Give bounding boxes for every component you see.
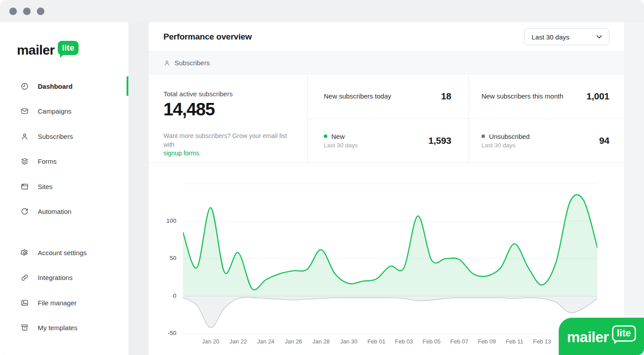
tab-subscribers-label: Subscribers [175, 59, 210, 67]
sidebar-item-automation[interactable]: Automation [0, 199, 128, 225]
y-axis-tick-100: 100 [154, 217, 176, 224]
sidebar-item-label: Forms [38, 158, 57, 165]
stats-summary: Total active subscribers 14,485 Want mor… [149, 74, 624, 163]
sidebar-item-label: Integrations [38, 274, 72, 281]
sidebar-item-label: Account settings [38, 249, 87, 256]
new-subscribers-today-card: New subscribers today 18 [308, 74, 468, 118]
sidebar-item-file-manager[interactable]: File manager [0, 290, 128, 316]
date-range-value: Last 30 days [532, 33, 569, 41]
x-axis-tick-jan-24: Jan 24 [252, 338, 280, 345]
sidebar-item-label: My templates [38, 324, 77, 331]
sidebar-item-sites[interactable]: Sites [0, 174, 128, 199]
unsubscribed-value: 94 [599, 135, 609, 146]
sidebar-item-integrations[interactable]: Integrations [0, 265, 128, 291]
unsubscribed-sublabel: Last 30 days [481, 142, 530, 149]
sidebar-item-label: Automation [38, 208, 72, 215]
sidebar-item-label: Subscribers [38, 133, 73, 140]
x-axis-tick-feb-03: Feb 03 [390, 338, 418, 345]
envelope-icon [20, 107, 29, 115]
window-dot-1[interactable] [9, 8, 17, 15]
sidebar-item-dashboard[interactable]: Dashboard [0, 74, 128, 99]
window-dot-2[interactable] [23, 8, 31, 15]
y-axis-tick-0: 0 [154, 292, 176, 299]
unsubscribed-label: Unsubscribed [489, 133, 530, 140]
link-icon [20, 273, 29, 282]
total-subscribers-card: Total active subscribers 14,485 Want mor… [149, 74, 307, 162]
new-subscribers-month-card: New subscribers this month 1,001 [469, 74, 624, 118]
right-margin-strip [624, 22, 644, 355]
x-axis-tick-feb-13: Feb 13 [529, 338, 556, 345]
new-dot [324, 134, 327, 138]
sidebar-item-subscribers[interactable]: Subscribers [0, 124, 128, 149]
new-30days-sublabel: Last 30 days [324, 142, 358, 149]
mailerlite-corner-badge: mailer lite [559, 318, 644, 355]
window-chrome [0, 0, 644, 22]
layers-icon [20, 157, 29, 166]
sidebar-item-label: File manager [38, 299, 77, 307]
window-dot-3[interactable] [37, 8, 44, 15]
new-today-label: New subscribers today [324, 92, 391, 100]
sidebar-nav-secondary: Account settingsIntegrationsFile manager… [0, 240, 128, 340]
new-month-label: New subscribers this month [481, 92, 563, 100]
new-30days-value: 1,593 [428, 135, 451, 146]
refresh-icon [20, 207, 29, 216]
new-today-value: 18 [441, 91, 451, 102]
signup-forms-link[interactable]: signup forms. [163, 150, 201, 157]
active-item-indicator [127, 76, 128, 96]
x-axis-tick-feb-01: Feb 01 [362, 338, 390, 345]
x-axis-tick-feb-07: Feb 07 [445, 338, 473, 345]
clock-icon [20, 82, 29, 91]
archive-icon [20, 323, 29, 332]
x-axis-tick-jan-22: Jan 22 [224, 338, 252, 345]
x-axis-tick-jan-26: Jan 26 [280, 338, 307, 345]
badge-wordmark: mailer [567, 329, 608, 346]
person-icon [163, 59, 171, 67]
page-header: Performance overview Last 30 days [149, 22, 624, 52]
app-window: mailer lite DashboardCampaignsSubscriber… [0, 0, 644, 355]
y-axis-tick--50: -50 [154, 330, 176, 336]
unsubscribed-dot [481, 134, 485, 138]
x-axis-tick-feb-09: Feb 09 [473, 338, 501, 345]
sidebar-nav-primary: DashboardCampaignsSubscribersFormsSitesA… [0, 74, 128, 224]
new-30days-card: New Last 30 days 1,593 [308, 118, 468, 163]
sidebar-item-label: Dashboard [38, 83, 72, 90]
unsubscribed-series-line [183, 297, 597, 327]
gear-icon [20, 248, 29, 257]
unsubscribed-series-area [183, 296, 597, 328]
report-tabs: Subscribers [149, 52, 624, 74]
logo-lite-bubble: lite [58, 41, 79, 55]
y-axis-tick-50: 50 [154, 255, 176, 261]
x-axis-tick-jan-28: Jan 28 [307, 338, 335, 345]
tab-subscribers[interactable]: Subscribers [163, 59, 210, 67]
new-series-area [183, 195, 597, 296]
sidebar-main-gap [128, 22, 149, 355]
x-axis-tick-jan-30: Jan 30 [335, 338, 362, 345]
new-month-value: 1,001 [586, 91, 609, 102]
main-content: Performance overview Last 30 days Subscr… [149, 22, 624, 355]
sidebar: mailer lite DashboardCampaignsSubscriber… [0, 22, 128, 355]
sidebar-item-my-templates[interactable]: My templates [0, 316, 128, 341]
page-title: Performance overview [163, 32, 252, 42]
new-30days-label: New [331, 133, 345, 140]
sidebar-item-account-settings[interactable]: Account settings [0, 240, 128, 265]
sidebar-item-forms[interactable]: Forms [0, 149, 128, 174]
badge-lite-bubble: lite [612, 325, 636, 342]
x-axis-tick-feb-11: Feb 11 [501, 338, 528, 345]
browser-icon [20, 182, 29, 191]
mailerlite-logo[interactable]: mailer lite [0, 41, 128, 59]
x-axis-tick-jan-20: Jan 20 [197, 338, 224, 345]
total-subscribers-value: 14,485 [163, 99, 298, 119]
person-icon [20, 132, 29, 141]
unsubscribed-30days-card: Unsubscribed Last 30 days 94 [469, 118, 624, 163]
sidebar-item-label: Campaigns [38, 107, 72, 115]
sidebar-item-label: Sites [38, 183, 52, 190]
promo-text: Want more subscribers? Grow your email l… [163, 132, 287, 148]
image-icon [20, 299, 29, 307]
date-range-select[interactable]: Last 30 days [524, 28, 609, 45]
subscribers-area-chart: 100500-50Jan 20Jan 22Jan 24Jan 26Jan 28J… [149, 163, 624, 355]
chevron-down-icon [596, 35, 602, 39]
sidebar-item-campaigns[interactable]: Campaigns [0, 99, 128, 124]
chart-plot-area[interactable] [183, 181, 597, 340]
total-subscribers-label: Total active subscribers [163, 90, 298, 98]
logo-wordmark: mailer [17, 43, 55, 58]
